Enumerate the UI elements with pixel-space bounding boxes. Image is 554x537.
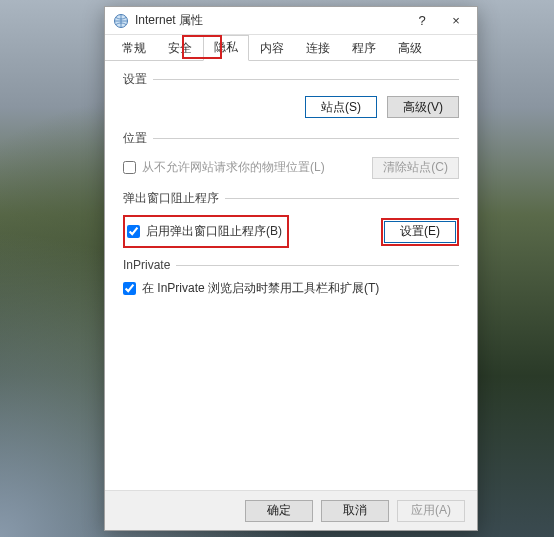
popup-settings-button[interactable]: 设置(E) [384, 221, 456, 243]
enable-popup-blocker-label: 启用弹出窗口阻止程序(B) [146, 223, 282, 240]
section-popup-text: 弹出窗口阻止程序 [123, 190, 219, 207]
tab-security[interactable]: 安全 [157, 36, 203, 61]
help-button[interactable]: ? [405, 9, 439, 33]
dialog-footer: 确定 取消 应用(A) [105, 490, 477, 530]
tab-privacy[interactable]: 隐私 [203, 35, 249, 61]
section-location: 位置 从不允许网站请求你的物理位置(L) 清除站点(C) [123, 130, 459, 180]
divider [153, 138, 459, 139]
clear-sites-button: 清除站点(C) [372, 157, 459, 179]
close-button[interactable]: × [439, 9, 473, 33]
section-popup-blocker: 弹出窗口阻止程序 启用弹出窗口阻止程序(B) 设置(E) [123, 190, 459, 248]
highlight-popup-checkbox: 启用弹出窗口阻止程序(B) [123, 215, 289, 248]
section-settings-text: 设置 [123, 71, 147, 88]
tab-programs[interactable]: 程序 [341, 36, 387, 61]
dialog-title: Internet 属性 [135, 12, 405, 29]
apply-button: 应用(A) [397, 500, 465, 522]
section-inprivate-text: InPrivate [123, 258, 170, 272]
internet-properties-dialog: Internet 属性 ? × 常规 安全 隐私 内容 连接 程序 高级 设置 … [104, 6, 478, 531]
divider [225, 198, 459, 199]
never-allow-location-checkbox[interactable] [123, 161, 136, 174]
section-inprivate-label: InPrivate [123, 258, 459, 272]
inprivate-disable-toolbars-label: 在 InPrivate 浏览启动时禁用工具栏和扩展(T) [142, 280, 379, 297]
inprivate-disable-toolbars-checkbox[interactable] [123, 282, 136, 295]
titlebar: Internet 属性 ? × [105, 7, 477, 35]
cancel-button[interactable]: 取消 [321, 500, 389, 522]
section-settings-label: 设置 [123, 71, 459, 88]
location-checkbox-row[interactable]: 从不允许网站请求你的物理位置(L) [123, 159, 325, 176]
highlight-popup-settings: 设置(E) [381, 218, 459, 246]
sites-button[interactable]: 站点(S) [305, 96, 377, 118]
section-popup-label: 弹出窗口阻止程序 [123, 190, 459, 207]
divider [176, 265, 459, 266]
section-settings: 设置 站点(S) 高级(V) [123, 71, 459, 118]
tab-advanced[interactable]: 高级 [387, 36, 433, 61]
tab-strip: 常规 安全 隐私 内容 连接 程序 高级 [105, 35, 477, 61]
tab-content-area: 设置 站点(S) 高级(V) 位置 从不允许网站请求你的物理位置(L) 清除站点… [105, 61, 477, 490]
tab-content[interactable]: 内容 [249, 36, 295, 61]
tab-general[interactable]: 常规 [111, 36, 157, 61]
popup-checkbox-row[interactable]: 启用弹出窗口阻止程序(B) [126, 222, 286, 241]
tab-connections[interactable]: 连接 [295, 36, 341, 61]
ok-button[interactable]: 确定 [245, 500, 313, 522]
section-inprivate: InPrivate 在 InPrivate 浏览启动时禁用工具栏和扩展(T) [123, 258, 459, 297]
section-location-text: 位置 [123, 130, 147, 147]
advanced-button[interactable]: 高级(V) [387, 96, 459, 118]
never-allow-location-label: 从不允许网站请求你的物理位置(L) [142, 159, 325, 176]
section-location-label: 位置 [123, 130, 459, 147]
inprivate-checkbox-row[interactable]: 在 InPrivate 浏览启动时禁用工具栏和扩展(T) [123, 280, 459, 297]
internet-options-icon [113, 13, 129, 29]
enable-popup-blocker-checkbox[interactable] [127, 225, 140, 238]
divider [153, 79, 459, 80]
